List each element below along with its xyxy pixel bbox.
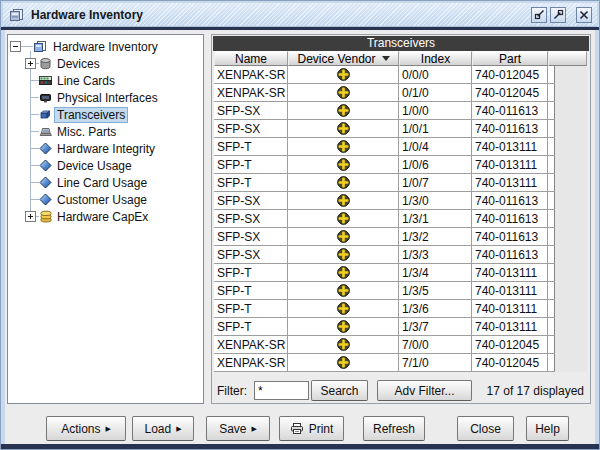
table-row[interactable]: SFP-SX1/3/1740-011613 [214,210,555,228]
table-row[interactable]: SFP-T1/0/6740-013111 [214,156,555,174]
tree-item-hardware-capex[interactable]: Hardware CapEx [8,208,203,225]
actions-button[interactable]: Actions▶ [46,416,126,441]
filter-input[interactable] [254,381,309,400]
tree-item-customer-usage[interactable]: Customer Usage [8,191,203,208]
table-row[interactable]: SFP-SX1/0/1740-011613 [214,120,555,138]
coins-icon [39,210,53,223]
column-header-device-vendor[interactable]: Device Vendor [288,51,399,66]
cell-name: SFP-SX [214,210,288,227]
load-button[interactable]: Load▶ [132,416,194,441]
tree-item-transceivers[interactable]: Transceivers [8,106,203,123]
cell-index: 7/0/0 [399,336,472,353]
column-header-name[interactable]: Name [214,51,288,66]
table-row[interactable]: SFP-T1/0/7740-013111 [214,174,555,192]
cell-device-vendor [288,246,399,263]
tree-item-line-card-usage[interactable]: Line Card Usage [8,174,203,191]
devices-icon [39,57,52,70]
cell-part: 740-013111 [472,282,548,299]
cell-spacer [548,300,555,317]
filter-bar: Filter: Search Adv Filter... 17 of 17 di… [214,379,588,403]
cell-index: 1/3/6 [399,300,472,317]
table-row[interactable]: XENPAK-SR0/1/0740-012045 [214,84,555,102]
cell-name: SFP-T [214,300,288,317]
cell-spacer [548,102,555,119]
refresh-button[interactable]: Refresh [363,416,425,441]
filter-label: Filter: [217,384,247,398]
hardware-inventory-window: Hardware Inventory Hardware InventoryDev… [0,0,600,450]
tree-item-hardware-inventory[interactable]: Hardware Inventory [8,38,203,55]
cell-part: 740-013111 [472,264,548,281]
close-icon [579,10,589,20]
cell-name: SFP-SX [214,228,288,245]
juniper-logo-icon [337,230,350,243]
restore-down-button[interactable] [531,7,547,23]
print-button[interactable]: Print [279,416,344,441]
table-row[interactable]: SFP-T1/3/7740-013111 [214,318,555,336]
window-bottom-edge [1,444,599,449]
help-button[interactable]: Help [526,416,569,441]
table-row[interactable]: SFP-T1/0/4740-013111 [214,138,555,156]
close-button[interactable]: Close [457,416,514,441]
table-row[interactable]: SFP-T1/3/6740-013111 [214,300,555,318]
menu-arrow-icon: ▶ [251,425,256,433]
tree-item-misc-parts[interactable]: Misc. Parts [8,123,203,140]
table-row[interactable]: XENPAK-SR7/1/0740-012045 [214,354,555,372]
table-row[interactable]: SFP-SX1/0/0740-011613 [214,102,555,120]
tree-connector-line [31,131,39,132]
cell-spacer [548,66,555,83]
button-label: Load [144,422,171,436]
cell-device-vendor [288,210,399,227]
tree-connector-line [31,97,39,98]
search-button[interactable]: Search [311,380,368,401]
window-titlebar[interactable]: Hardware Inventory [3,3,597,27]
tree-item-devices[interactable]: Devices [8,55,203,72]
column-header-part[interactable]: Part [472,51,548,66]
cell-spacer [548,84,555,101]
juniper-logo-icon [337,266,350,279]
juniper-logo-icon [337,194,350,207]
tree-item-line-cards[interactable]: Line Cards [8,72,203,89]
window-body: Hardware InventoryDevicesLine CardsPhysi… [5,30,595,444]
hardware-inventory-icon [9,8,24,22]
cell-spacer [548,174,555,191]
table-row[interactable]: SFP-T1/3/5740-013111 [214,282,555,300]
cell-name: SFP-T [214,282,288,299]
juniper-logo-icon [337,320,350,333]
expand-plus-icon[interactable] [25,58,36,69]
cell-index: 7/1/0 [399,354,472,371]
cell-name: XENPAK-SR [214,354,288,371]
sort-desc-icon [382,56,390,61]
cell-device-vendor [288,84,399,101]
table-row[interactable]: SFP-SX1/3/0740-011613 [214,192,555,210]
cell-index: 1/0/7 [399,174,472,191]
cell-part: 740-013111 [472,174,548,191]
table-row[interactable]: SFP-T1/3/4740-013111 [214,264,555,282]
cell-name: SFP-T [214,264,288,281]
juniper-logo-icon [337,122,350,135]
collapse-minus-icon[interactable] [10,41,21,52]
cell-device-vendor [288,138,399,155]
juniper-logo-icon [337,302,350,315]
table-row[interactable]: SFP-SX1/3/3740-011613 [214,246,555,264]
close-window-button[interactable] [576,7,592,23]
tree-item-hardware-integrity[interactable]: Hardware Integrity [8,140,203,157]
table-row[interactable]: XENPAK-SR0/0/0740-012045 [214,66,555,84]
table-row[interactable]: XENPAK-SR7/0/0740-012045 [214,336,555,354]
tree-item-device-usage[interactable]: Device Usage [8,157,203,174]
juniper-logo-icon [337,140,350,153]
tree-item-label: Line Cards [54,73,118,89]
table-row[interactable]: SFP-SX1/3/2740-011613 [214,228,555,246]
cell-name: SFP-SX [214,102,288,119]
tree-item-physical-interfaces[interactable]: Physical Interfaces [8,89,203,106]
cell-device-vendor [288,66,399,83]
adv-filter-button[interactable]: Adv Filter... [377,380,472,401]
column-header-index[interactable]: Index [399,51,472,66]
maximize-button[interactable] [550,7,566,23]
save-button[interactable]: Save▶ [206,416,270,441]
transceivers-panel: Transceivers NameDevice VendorIndexPartX… [211,34,591,404]
expand-plus-icon[interactable] [25,211,36,222]
cell-device-vendor [288,120,399,137]
juniper-logo-icon [337,212,350,225]
cell-index: 1/0/6 [399,156,472,173]
tree-item-label: Transceivers [54,107,128,123]
